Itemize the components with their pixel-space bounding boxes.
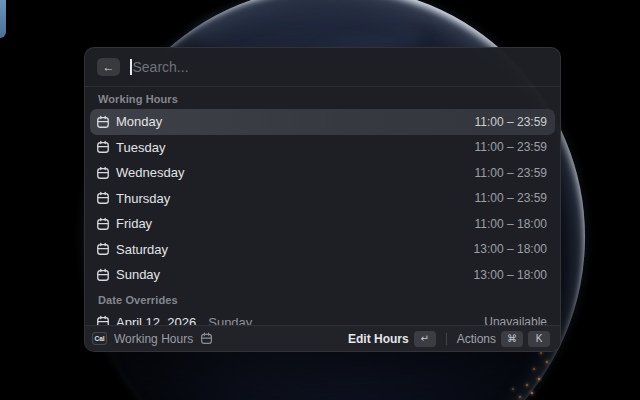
row-label: Wednesday bbox=[116, 165, 184, 180]
list-row[interactable]: Saturday 13:00 – 18:00 bbox=[90, 237, 555, 263]
row-subtitle: Sunday bbox=[208, 315, 252, 325]
enter-key-icon: ↵ bbox=[414, 331, 436, 347]
edit-hours-button[interactable]: Edit Hours ↵ bbox=[345, 329, 439, 349]
row-label: Monday bbox=[116, 114, 162, 129]
results-list: Working Hours Monday 11:00 – 23:59 Tuesd… bbox=[85, 87, 560, 325]
footer-command-name: Working Hours bbox=[114, 332, 193, 346]
row-accessory: 13:00 – 18:00 bbox=[474, 242, 547, 256]
list-row[interactable]: Tuesday 11:00 – 23:59 bbox=[90, 135, 555, 161]
row-accessory: 11:00 – 18:00 bbox=[474, 217, 547, 231]
row-accessory: 11:00 – 23:59 bbox=[474, 166, 547, 180]
row-label: Thursday bbox=[116, 191, 170, 206]
row-label: Sunday bbox=[116, 267, 160, 282]
row-label: Saturday bbox=[116, 242, 168, 257]
calendar-icon bbox=[96, 115, 110, 129]
command-key-icon: ⌘ bbox=[501, 331, 523, 347]
status-footer: Cal Working Hours Edit Hours ↵ Actions ⌘… bbox=[85, 325, 560, 351]
list-row[interactable]: Wednesday 11:00 – 23:59 bbox=[90, 160, 555, 186]
calendar-icon bbox=[96, 315, 110, 325]
k-key-icon: K bbox=[528, 331, 550, 347]
row-label: April 12, 2026 bbox=[116, 315, 196, 325]
list-row[interactable]: April 12, 2026 Sunday Unavailable bbox=[90, 310, 555, 326]
calendar-icon bbox=[96, 242, 110, 256]
list-row[interactable]: Friday 11:00 – 18:00 bbox=[90, 211, 555, 237]
section-rows: April 12, 2026 Sunday Unavailable bbox=[90, 310, 555, 326]
search-bar: ← bbox=[85, 48, 560, 87]
list-row[interactable]: Monday 11:00 – 23:59 bbox=[90, 109, 555, 135]
back-arrow-icon: ← bbox=[103, 61, 115, 73]
calendar-icon bbox=[96, 217, 110, 231]
calendar-icon bbox=[96, 268, 110, 282]
footer-divider bbox=[446, 333, 447, 345]
list-section: Date Overrides April 12, 2026 Sunday Una… bbox=[90, 288, 555, 326]
row-accessory: 11:00 – 23:59 bbox=[474, 140, 547, 154]
calendar-icon bbox=[96, 166, 110, 180]
actions-label: Actions bbox=[457, 332, 496, 346]
list-row[interactable]: Thursday 11:00 – 23:59 bbox=[90, 186, 555, 212]
search-input[interactable] bbox=[133, 59, 549, 75]
list-row[interactable]: Sunday 13:00 – 18:00 bbox=[90, 262, 555, 288]
command-palette-window: ← Working Hours Monday 11:00 – 23:59 Tue… bbox=[84, 47, 561, 352]
search-field-wrap bbox=[130, 59, 548, 75]
back-button[interactable]: ← bbox=[97, 58, 120, 76]
offscreen-window-edge bbox=[0, 0, 6, 38]
row-accessory: 11:00 – 23:59 bbox=[474, 191, 547, 205]
calendar-icon bbox=[200, 332, 213, 345]
section-rows: Monday 11:00 – 23:59 Tuesday 11:00 – 23:… bbox=[90, 109, 555, 288]
section-header: Date Overrides bbox=[90, 288, 555, 310]
edit-hours-label: Edit Hours bbox=[348, 332, 409, 346]
row-accessory: 11:00 – 23:59 bbox=[474, 115, 547, 129]
actions-button[interactable]: Actions ⌘ K bbox=[454, 329, 553, 349]
list-section: Working Hours Monday 11:00 – 23:59 Tuesd… bbox=[90, 87, 555, 288]
row-accessory: 13:00 – 18:00 bbox=[474, 268, 547, 282]
cal-app-logo: Cal bbox=[92, 332, 107, 345]
row-label: Friday bbox=[116, 216, 152, 231]
section-header: Working Hours bbox=[90, 87, 555, 109]
text-caret bbox=[130, 59, 132, 75]
row-accessory: Unavailable bbox=[484, 315, 547, 325]
calendar-icon bbox=[96, 191, 110, 205]
calendar-icon bbox=[96, 140, 110, 154]
row-label: Tuesday bbox=[116, 140, 165, 155]
